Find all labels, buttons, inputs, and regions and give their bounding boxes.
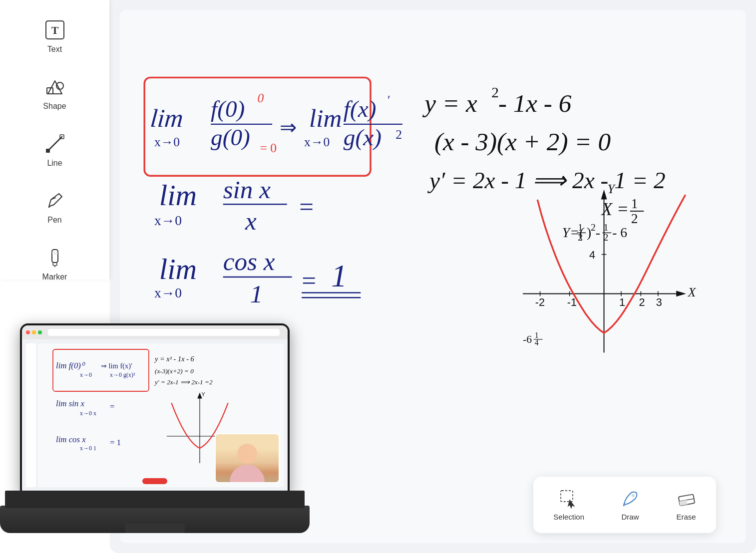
svg-text:y′ = 2x - 1  ⟹  2x - 1 = 2: y′ = 2x - 1 ⟹ 2x - 1 = 2 bbox=[427, 167, 666, 193]
svg-text:y′ = 2x-1 ⟹ 2x-1 =2: y′ = 2x-1 ⟹ 2x-1 =2 bbox=[154, 378, 213, 386]
svg-text:2: 2 bbox=[591, 222, 596, 233]
laptop-content-area: lim f(0)⁰ x→0 ⇒ lim f(x)′ x→0 g(x)² y = … bbox=[22, 339, 288, 491]
svg-text:1: 1 bbox=[578, 222, 583, 233]
svg-text:X: X bbox=[688, 285, 697, 299]
svg-text:′: ′ bbox=[386, 93, 389, 107]
tool-shape[interactable]: Shape bbox=[15, 67, 95, 119]
video-body bbox=[230, 465, 265, 482]
pen-icon bbox=[43, 189, 67, 213]
draw-label: Draw bbox=[621, 513, 639, 521]
svg-text:3: 3 bbox=[656, 296, 662, 308]
video-person bbox=[216, 434, 279, 482]
tool-line[interactable]: Line bbox=[15, 124, 95, 176]
svg-point-105 bbox=[632, 494, 635, 497]
svg-text:=: = bbox=[299, 192, 314, 221]
svg-text:g(0): g(0) bbox=[211, 124, 250, 150]
svg-text:2: 2 bbox=[578, 232, 583, 243]
svg-rect-8 bbox=[52, 250, 58, 263]
svg-text:1: 1 bbox=[250, 279, 263, 308]
svg-text:y = x: y = x bbox=[422, 89, 477, 117]
svg-text:= 1: = 1 bbox=[110, 438, 121, 447]
selection-label: Selection bbox=[553, 513, 584, 521]
svg-text:lim cos x: lim cos x bbox=[56, 435, 86, 444]
svg-text:sin x: sin x bbox=[223, 175, 271, 204]
marker-icon bbox=[43, 246, 67, 270]
bottom-tool-erase[interactable]: Erase bbox=[668, 485, 704, 525]
svg-text:=: = bbox=[302, 266, 316, 294]
svg-text:4: 4 bbox=[535, 338, 539, 347]
svg-text:-6: -6 bbox=[523, 333, 532, 345]
svg-rect-10 bbox=[52, 252, 58, 255]
tool-text[interactable]: T Text bbox=[15, 10, 95, 62]
svg-text:cos x: cos x bbox=[223, 247, 275, 276]
video-head bbox=[237, 444, 257, 464]
svg-text:x→0: x→0 bbox=[154, 213, 182, 228]
svg-text:= 0: = 0 bbox=[260, 141, 277, 155]
bottom-tool-selection[interactable]: Selection bbox=[545, 485, 592, 525]
svg-text:x→0: x→0 bbox=[154, 285, 182, 300]
laptop-touchpad bbox=[125, 523, 185, 533]
svg-text:4: 4 bbox=[589, 249, 595, 261]
svg-text:1: 1 bbox=[331, 259, 347, 293]
svg-text:Y: Y bbox=[202, 391, 205, 397]
erase-icon bbox=[676, 489, 696, 509]
svg-text:2: 2 bbox=[639, 296, 645, 308]
tool-marker-label: Marker bbox=[42, 273, 67, 281]
svg-marker-66 bbox=[676, 291, 686, 297]
svg-text:x→0: x→0 bbox=[80, 371, 92, 378]
tool-text-label: Text bbox=[47, 45, 62, 54]
svg-text:T: T bbox=[51, 24, 58, 36]
svg-text:⇒: ⇒ bbox=[280, 116, 297, 139]
tool-pen-label: Pen bbox=[47, 216, 61, 225]
record-button[interactable] bbox=[142, 478, 167, 484]
tool-line-label: Line bbox=[47, 159, 62, 168]
browser-url-bar bbox=[48, 329, 280, 336]
svg-text:⇒ lim f(x)′: ⇒ lim f(x)′ bbox=[101, 362, 132, 370]
svg-text:- 1x - 6: - 1x - 6 bbox=[498, 89, 572, 117]
svg-text:lim sin x: lim sin x bbox=[56, 399, 84, 408]
svg-text:x→0 g(x)²: x→0 g(x)² bbox=[110, 371, 135, 378]
laptop-sidebar bbox=[26, 343, 36, 487]
svg-text:x→0   1: x→0 1 bbox=[80, 445, 96, 452]
window-close-dot bbox=[26, 330, 30, 334]
line-icon bbox=[43, 132, 67, 156]
svg-text:lim: lim bbox=[149, 104, 184, 132]
svg-text:(x-3)(x+2) = 0: (x-3)(x+2) = 0 bbox=[155, 367, 194, 375]
svg-text:2: 2 bbox=[631, 211, 638, 226]
bottom-tool-draw[interactable]: Draw bbox=[612, 485, 648, 525]
laptop-browser-bar bbox=[22, 325, 288, 339]
bottom-toolbar: Selection Draw Erase bbox=[533, 477, 716, 533]
tool-marker[interactable]: Marker bbox=[15, 238, 95, 289]
svg-text:1: 1 bbox=[619, 296, 625, 308]
svg-text:x→0: x→0 bbox=[304, 135, 330, 149]
svg-rect-104 bbox=[561, 491, 573, 502]
svg-text:x→0: x→0 bbox=[154, 135, 180, 149]
svg-text:2: 2 bbox=[395, 127, 402, 142]
svg-text:1: 1 bbox=[631, 196, 638, 211]
tool-shape-label: Shape bbox=[43, 102, 66, 111]
svg-text:lim: lim bbox=[159, 253, 197, 285]
svg-text:x→0  x: x→0 x bbox=[80, 410, 96, 417]
svg-text:- 6: - 6 bbox=[612, 225, 627, 240]
shape-icon bbox=[43, 75, 67, 99]
svg-text:(x - 3)(x + 2) = 0: (x - 3)(x + 2) = 0 bbox=[434, 127, 611, 156]
svg-text:-: - bbox=[596, 225, 600, 240]
svg-text:-2: -2 bbox=[535, 296, 545, 308]
window-maximize-dot bbox=[38, 330, 42, 334]
laptop-whiteboard-mini: lim f(0)⁰ x→0 ⇒ lim f(x)′ x→0 g(x)² y = … bbox=[38, 343, 284, 487]
svg-text:2: 2 bbox=[491, 84, 499, 100]
laptop-video-feed bbox=[215, 433, 280, 483]
selection-icon bbox=[559, 489, 579, 509]
laptop-screen: lim f(0)⁰ x→0 ⇒ lim f(x)′ x→0 g(x)² y = … bbox=[20, 323, 290, 493]
svg-text:f(0): f(0) bbox=[211, 96, 245, 122]
tool-pen[interactable]: Pen bbox=[15, 181, 95, 233]
svg-text:g(x): g(x) bbox=[344, 124, 381, 150]
svg-text:lim: lim bbox=[159, 179, 197, 212]
window-minimize-dot bbox=[32, 330, 36, 334]
svg-text:x: x bbox=[245, 207, 257, 235]
laptop-keyboard bbox=[5, 491, 305, 508]
svg-text:0: 0 bbox=[258, 91, 264, 105]
svg-text:=: = bbox=[110, 402, 114, 411]
draw-icon bbox=[620, 489, 640, 509]
laptop: lim f(0)⁰ x→0 ⇒ lim f(x)′ x→0 g(x)² y = … bbox=[10, 323, 300, 548]
